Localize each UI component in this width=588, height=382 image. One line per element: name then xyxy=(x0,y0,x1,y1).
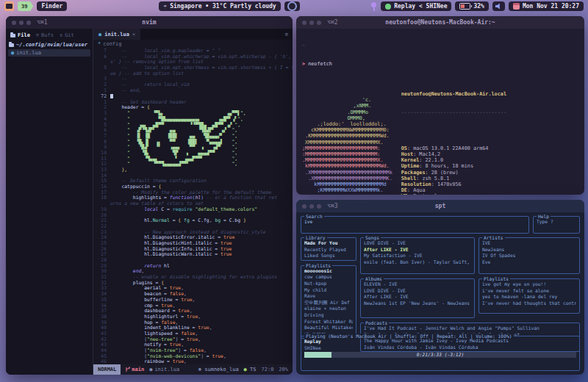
playlist-item[interactable]: Beautiful Mistakes xyxy=(304,325,353,331)
albums-panel[interactable]: Albums ELEVEN - IVELOVE DIVE - IVEAfter … xyxy=(360,278,475,318)
front-app-name[interactable]: Finder xyxy=(37,1,67,11)
search-panel[interactable]: Search ive xyxy=(301,216,529,234)
clock-text: Mon Nov 21 20:27 xyxy=(523,3,579,10)
weather-widget[interactable]: ☂ Singapore • 31°C Partly cloudy xyxy=(159,1,280,11)
playlist-item[interactable]: elaine + neuton xyxy=(304,306,353,312)
panel-title: Albums xyxy=(364,276,384,281)
gear-icon[interactable]: ⊙ xyxy=(281,32,293,37)
artist-item[interactable]: IVE xyxy=(482,240,576,247)
playlist-item[interactable]: ive got my eye on you!! xyxy=(482,281,576,288)
battery-widget[interactable]: 32% xyxy=(455,1,488,11)
line-number xyxy=(93,60,110,65)
line-number: 8 xyxy=(93,140,110,145)
song-item[interactable]: LOVE DIVE - IVE xyxy=(364,240,471,247)
line-number: 2 xyxy=(93,82,110,88)
editor-pane[interactable]: ● init.lua ✕ ⊙ * config 7 -- local_vim.g… xyxy=(93,29,293,375)
artist-item[interactable]: IV Of Spades xyxy=(482,253,576,259)
tab-file[interactable]: File xyxy=(10,32,30,38)
code-line: 19 local C = require "default_theme.colo… xyxy=(93,207,293,213)
window-controls[interactable] xyxy=(302,204,321,209)
help-panel[interactable]: Help Type ? xyxy=(533,216,580,234)
neotree-root-path[interactable]: ~/.config/nvim/lua/user xyxy=(6,41,93,48)
spotify-icon xyxy=(385,4,391,10)
zoom-button[interactable] xyxy=(26,21,31,25)
toggle-widget[interactable] xyxy=(284,1,300,11)
song-item[interactable]: My Satisfaction - IVE xyxy=(364,253,471,259)
nvim-titlebar[interactable]: ⌥⌘1 nvim xyxy=(6,16,293,29)
panel-title: Playing (Neuton's MacBook Air | Shuffle:… xyxy=(304,334,514,339)
window-controls[interactable] xyxy=(302,21,321,25)
library-item[interactable]: Made For You xyxy=(304,240,353,247)
battery-percent: 32% xyxy=(473,3,484,10)
zoom-button[interactable] xyxy=(317,204,321,209)
playlist-item[interactable]: Forest Whitaker Ra xyxy=(304,319,353,325)
now-playing-widget[interactable]: Replay < SHINee xyxy=(381,1,451,11)
podcast-item[interactable]: I've Had It Podcast - Jennifer Welch and… xyxy=(364,325,576,332)
command-line: > neofetch xyxy=(302,61,578,67)
playlist-item[interactable]: Rave xyxy=(304,293,353,300)
info-line: OS: macOS 13.0.1 22A400 arm64 xyxy=(401,145,552,151)
library-item[interactable]: Liked Songs xyxy=(304,253,353,259)
song-item[interactable]: After LIKE - IVE xyxy=(364,247,471,253)
panel-title: Help xyxy=(537,214,551,219)
terminal-titlebar[interactable]: ⌥⌘2 neutonfoo@Neutons-MacBook-Air:~ xyxy=(296,16,584,29)
close-button[interactable] xyxy=(302,21,306,25)
album-item[interactable]: After LIKE - IVE xyxy=(364,294,471,300)
song-item[interactable]: exile (feat. Bon Iver) - Taylor Swift, xyxy=(364,259,471,266)
artist-item[interactable]: Eve xyxy=(482,259,576,266)
buffer-tab-initlua[interactable]: ● init.lua ✕ xyxy=(93,29,140,40)
close-button[interactable] xyxy=(302,204,306,209)
album-item[interactable]: LOVE DIVE - IVE xyxy=(364,288,471,295)
tab-git[interactable]: ±Git xyxy=(60,32,74,38)
playlist-item[interactable]: i've never felt so alone xyxy=(482,288,576,295)
search-input[interactable]: ive xyxy=(304,219,526,226)
playlist-item[interactable]: My child xyxy=(304,287,353,294)
playing-panel[interactable]: Playing (Neuton's MacBook Air | Shuffle:… xyxy=(301,336,580,371)
library-panel[interactable]: Library Made For YouRecently PlayedLiked… xyxy=(301,237,356,261)
spt-titlebar[interactable]: ⌥⌘3 spt xyxy=(296,200,584,212)
playlist-item[interactable]: moooooosic xyxy=(304,268,353,275)
neofetch-output: 'c. ,xNMM. .OMMMMo OMMM0, .;loddo:' lool… xyxy=(302,79,578,195)
playlists-panel-left[interactable]: Playlists moooooosiccow campusNot-kpopMy… xyxy=(301,265,356,339)
terminal-app-icon[interactable] xyxy=(4,1,14,11)
playlist-item[interactable]: cow campus xyxy=(304,274,353,281)
minimize-button[interactable] xyxy=(309,204,314,209)
zoom-button[interactable] xyxy=(317,21,321,25)
neotree-file-initlua[interactable]: ● init.lua xyxy=(8,49,90,57)
minimize-button[interactable] xyxy=(19,21,24,25)
playlist-item[interactable]: I've never had thoughts that control me xyxy=(482,300,576,307)
playlists-panel-right[interactable]: Playlists ive got my eye on you!!i've ne… xyxy=(478,278,580,314)
lua-file-icon: ● xyxy=(11,50,14,56)
line-number: 46 xyxy=(93,359,110,364)
tab-close-icon[interactable]: ✕ xyxy=(132,32,135,37)
panel-title: Playlists xyxy=(304,263,332,268)
artist-item[interactable]: NewJeans xyxy=(482,247,576,253)
album-item[interactable]: ELEVEN - IVE xyxy=(364,281,471,288)
window-controls[interactable] xyxy=(12,21,31,25)
volume-widget[interactable] xyxy=(492,1,505,11)
code-area[interactable]: 7 -- local_vim.g.mapleader = " " 6 -- lo… xyxy=(93,48,293,364)
terminal-window: ⌥⌘2 neutonfoo@Neutons-MacBook-Air:~ ~ > … xyxy=(296,16,584,195)
playlist-item[interactable]: Not-kpop xyxy=(304,281,353,287)
workspace-badge[interactable]: 39 xyxy=(18,1,33,11)
artists-panel[interactable]: Artists IVENewJeansIV Of SpadesEve xyxy=(478,237,580,274)
library-item[interactable]: Recently Played xyxy=(304,247,353,253)
playlist-item[interactable]: Driving xyxy=(304,312,353,319)
tab-bufs[interactable]: ≡Bufs xyxy=(36,32,54,38)
treesitter-icon: ● xyxy=(244,367,247,372)
progress-bar[interactable]: 0:21/3:33 (-3:12) xyxy=(304,352,576,358)
playlist-item[interactable]: 空中裁判團 Air Def xyxy=(304,300,353,306)
speaker-icon xyxy=(495,4,502,10)
info-line: Shell: zsh 5.8.1 xyxy=(401,176,552,181)
songs-panel[interactable]: Songs LOVE DIVE - IVEAfter LIKE - IVEMy … xyxy=(360,237,475,274)
info-line: Host: Mac14,2 xyxy=(401,151,552,157)
git-branch[interactable]: main xyxy=(126,367,144,372)
playlist-item[interactable]: yes to heaven -lana del rey xyxy=(482,294,576,300)
pin-icon[interactable] xyxy=(370,2,377,11)
terminal-content[interactable]: ~ > neofetch 'c. ,xNMM. .OMMMMo OMMM0, .… xyxy=(296,29,584,195)
code-line: 1 -- end, xyxy=(93,88,293,94)
minimize-button[interactable] xyxy=(309,21,314,25)
clock-widget[interactable]: Mon Nov 21 20:27 xyxy=(509,1,584,11)
album-item[interactable]: NewJeans 1st EP 'New Jeans' - NewJeans xyxy=(364,300,471,307)
close-button[interactable] xyxy=(12,21,16,25)
